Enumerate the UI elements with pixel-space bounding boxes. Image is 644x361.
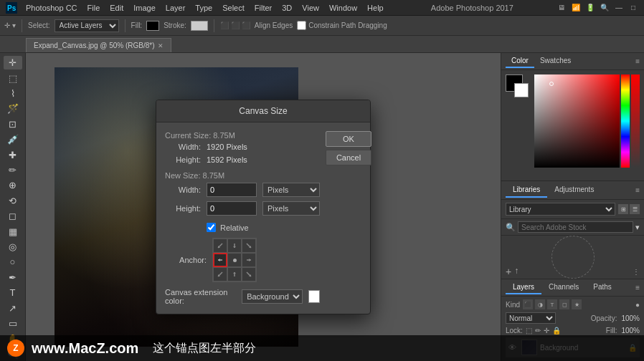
canvas-ext-select[interactable]: Background Foreground White Black Other	[242, 289, 303, 304]
lock-image-icon[interactable]: ✏	[535, 327, 541, 334]
layers-dropdown[interactable]: Active Layers	[55, 19, 119, 32]
tab-channels[interactable]: Channels	[541, 281, 586, 294]
separator-1	[22, 19, 22, 32]
anchor-tc[interactable]	[227, 239, 242, 253]
filter-toggle[interactable]: ●	[635, 301, 640, 309]
lock-transparent-icon[interactable]: ⬚	[526, 327, 532, 334]
cancel-button[interactable]: Cancel	[326, 150, 371, 165]
maximize-icon[interactable]: □	[628, 3, 638, 13]
library-dropdown[interactable]: Library	[506, 203, 615, 216]
tab-paths[interactable]: Paths	[586, 281, 619, 294]
library-search-input[interactable]	[518, 221, 633, 233]
lock-all-icon[interactable]: 🔒	[552, 327, 561, 334]
menu-photoshop[interactable]: Photoshop CC	[22, 0, 82, 16]
lasso-tool[interactable]: ⌇	[4, 87, 22, 100]
menu-help[interactable]: Help	[363, 0, 388, 16]
move-tool[interactable]: ✛	[4, 56, 22, 69]
brush-tool[interactable]: ✏	[4, 163, 22, 177]
menu-window[interactable]: Window	[325, 0, 361, 16]
crop-tool[interactable]: ⊡	[4, 117, 22, 131]
tab-color[interactable]: Color	[506, 54, 534, 68]
color-gradient-picker[interactable]	[534, 74, 620, 168]
new-height-unit[interactable]: Pixels Percent Inches cm	[262, 201, 320, 216]
ok-button[interactable]: OK	[326, 131, 371, 147]
opacity-slider[interactable]	[631, 74, 640, 168]
new-width-unit[interactable]: Pixels Percent Inches cm	[262, 183, 320, 197]
tab-layers[interactable]: Layers	[506, 281, 541, 294]
library-list-view[interactable]: ☰	[630, 204, 640, 214]
upload-library-icon[interactable]: ↑	[514, 266, 518, 277]
canvas-ext-color-swatch[interactable]	[308, 290, 320, 303]
anchor-mc[interactable]	[227, 253, 242, 267]
path-select-tool[interactable]: ↗	[4, 302, 22, 315]
dodge-tool[interactable]: ○	[4, 255, 22, 269]
magic-wand-tool[interactable]: 🪄	[4, 102, 22, 115]
filter-smart-icon[interactable]: ★	[572, 299, 582, 309]
library-options-icon[interactable]: ⋮	[633, 268, 640, 276]
tab-swatches[interactable]: Swatches	[534, 54, 577, 68]
menu-3d[interactable]: 3D	[278, 0, 296, 16]
background-swatch[interactable]	[514, 83, 529, 97]
color-panel-menu-icon[interactable]: ≡	[635, 57, 640, 65]
align-icon-2[interactable]: ⬛	[231, 21, 240, 29]
anchor-br[interactable]	[242, 267, 256, 281]
watermark-url: www.MacZ.com	[32, 340, 138, 357]
document-tab[interactable]: Expand_Canvas.jpg @ 50% (RGB/8*) ✕	[26, 38, 171, 52]
selection-tool[interactable]: ⬚	[4, 71, 22, 85]
minimize-icon[interactable]: —	[614, 3, 624, 13]
relative-row: Relative	[207, 223, 320, 232]
eyedropper-tool[interactable]: 💉	[4, 133, 22, 146]
new-height-input[interactable]	[207, 201, 257, 216]
current-size-label: Current Size: 8.75M	[165, 131, 320, 140]
new-width-input[interactable]	[207, 183, 257, 197]
layers-panel-menu-icon[interactable]: ≡	[635, 284, 640, 292]
menu-file[interactable]: File	[83, 0, 105, 16]
history-tool[interactable]: ⟲	[4, 194, 22, 208]
tools-panel: ✛ ⬚ ⌇ 🪄 ⊡ 💉 ✚ ✏ ⊕ ⟲ ◻ ▦ ◎ ○ ✒ T ↗ ▭ ✋ 🔍	[0, 53, 26, 361]
hue-slider[interactable]	[621, 74, 630, 168]
blend-mode-dropdown[interactable]: Normal	[506, 312, 556, 324]
anchor-bl[interactable]	[213, 267, 227, 281]
menu-edit[interactable]: Edit	[105, 0, 128, 16]
align-icon-1[interactable]: ⬛	[220, 21, 229, 29]
fill-swatch[interactable]	[146, 21, 159, 31]
menu-type[interactable]: Type	[191, 0, 217, 16]
stroke-swatch[interactable]	[191, 21, 208, 31]
canvas-size-dialog: Canvas Size Current Size: 8.75M Width: 1…	[156, 100, 371, 314]
menu-image[interactable]: Image	[129, 0, 160, 16]
eraser-tool[interactable]: ◻	[4, 209, 22, 223]
anchor-tl[interactable]	[213, 239, 227, 253]
anchor-bc[interactable]	[227, 267, 242, 281]
shape-tool[interactable]: ▭	[4, 317, 22, 330]
menu-layer[interactable]: Layer	[161, 0, 190, 16]
tab-close-button[interactable]: ✕	[158, 42, 164, 49]
blur-tool[interactable]: ◎	[4, 240, 22, 254]
tab-libraries[interactable]: Libraries	[506, 183, 547, 198]
menu-filter[interactable]: Filter	[250, 0, 276, 16]
menu-view[interactable]: View	[298, 0, 323, 16]
healing-tool[interactable]: ✚	[4, 148, 22, 161]
add-library-icon[interactable]: +	[506, 266, 511, 277]
relative-checkbox[interactable]	[207, 223, 216, 232]
filter-adjust-icon[interactable]: ◑	[535, 299, 545, 309]
clone-tool[interactable]: ⊕	[4, 178, 22, 192]
filter-shape-icon[interactable]: ◻	[559, 299, 569, 309]
filter-type-icon[interactable]: T	[547, 299, 557, 309]
menu-select[interactable]: Select	[218, 0, 249, 16]
search-dropdown-icon[interactable]: ▾	[635, 223, 640, 232]
anchor-tr[interactable]	[242, 239, 256, 253]
anchor-mr[interactable]	[242, 253, 256, 267]
anchor-ml[interactable]	[213, 253, 227, 267]
search-menu-icon[interactable]: 🔍	[600, 3, 610, 13]
text-tool[interactable]: T	[4, 286, 22, 299]
align-icon-3[interactable]: ⬛	[242, 21, 250, 29]
library-grid-view[interactable]: ⊞	[618, 204, 628, 214]
libraries-menu-icon[interactable]: ≡	[635, 186, 640, 194]
pen-tool[interactable]: ✒	[4, 271, 22, 284]
gradient-tool[interactable]: ▦	[4, 224, 22, 238]
filter-pixel-icon[interactable]: ⬛	[523, 299, 533, 309]
lock-position-icon[interactable]: ✛	[544, 327, 549, 334]
constrain-checkbox[interactable]	[297, 21, 306, 30]
tab-adjustments[interactable]: Adjustments	[547, 183, 601, 198]
macz-logo: Z	[7, 340, 24, 357]
